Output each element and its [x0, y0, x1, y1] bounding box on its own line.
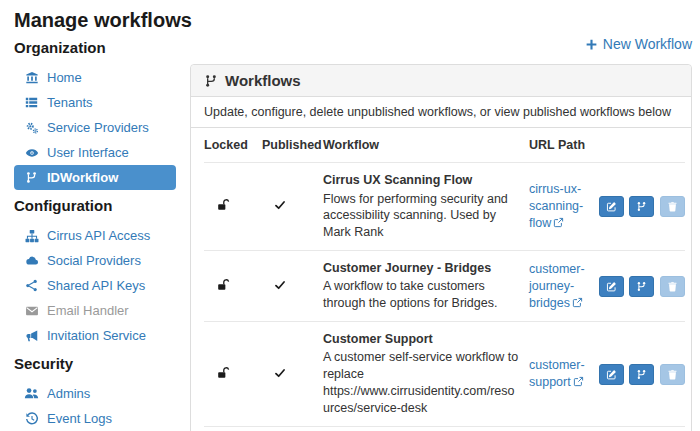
sidebar-item-email-handler: Email Handler: [14, 298, 176, 323]
sidebar-item-user-interface[interactable]: User Interface: [14, 140, 176, 165]
unlock-icon: [216, 198, 230, 212]
published-check-icon: [274, 199, 286, 211]
sidebar-item-label: Home: [47, 70, 82, 85]
toolbar: New Workflow: [190, 34, 692, 54]
sidebar-item-label: Invitation Service: [47, 328, 146, 343]
workflow-branch-icon: [636, 369, 647, 380]
sidebar-item-label: User Interface: [47, 145, 129, 160]
workflow-branch-icon: [636, 201, 647, 212]
column-header-workflow: Workflow: [323, 128, 529, 163]
sidebar-item-cirrus-api-access[interactable]: Cirrus API Access: [14, 223, 176, 248]
table-header-row: Locked Published Workflow URL Path: [204, 128, 685, 163]
unlock-icon: [216, 278, 230, 292]
url-path-link[interactable]: customer-journey-bridges: [529, 262, 585, 310]
trash-icon: [667, 201, 678, 212]
new-workflow-button[interactable]: New Workflow: [585, 34, 692, 54]
sidebar-item-service-providers[interactable]: Service Providers: [14, 115, 176, 140]
share-icon: [24, 279, 39, 292]
megaphone-icon: [24, 329, 39, 343]
sidebar-item-label: Service Providers: [47, 120, 149, 135]
sidebar-item-label: Tenants: [47, 95, 93, 110]
edit-icon: [606, 281, 617, 292]
panel-title: Workflows: [225, 72, 301, 89]
sidebar-item-invitation-service[interactable]: Invitation Service: [14, 323, 176, 348]
sidebar-item-idworkflow[interactable]: IDWorkflow: [14, 165, 176, 190]
workflow-description: A workflow to take customers through the…: [323, 278, 521, 312]
main-area: New Workflow Workflows Update, configure…: [190, 38, 692, 431]
external-link-icon: [573, 376, 584, 387]
sitemap-icon: [24, 229, 39, 243]
unlock-icon: [216, 366, 230, 380]
bank-icon: [24, 71, 39, 85]
column-header-url-path: URL Path: [529, 128, 599, 163]
workflow-description: A customer self-service workflow to repl…: [323, 349, 521, 417]
edit-icon: [606, 369, 617, 380]
panel-header: Workflows: [191, 65, 691, 97]
sidebar-item-label: Admins: [47, 386, 90, 401]
history-icon: [24, 412, 39, 426]
sidebar-item-shared-api-keys[interactable]: Shared API Keys: [14, 273, 176, 298]
sidebar-item-label: Cirrus API Access: [47, 228, 150, 243]
column-header-published: Published: [262, 128, 323, 163]
sidebar-item-label: IDWorkflow: [47, 170, 118, 185]
delete-workflow-button: [660, 196, 685, 217]
edit-icon: [606, 201, 617, 212]
sidebar-section-heading-security: Security: [14, 354, 176, 373]
edit-workflow-button[interactable]: [599, 364, 624, 385]
workflow-branch-icon: [24, 171, 39, 184]
workflow-branch-icon: [204, 74, 218, 88]
trash-icon: [667, 281, 678, 292]
published-check-icon: [274, 367, 286, 379]
workflow-name: Cirrus UX Scanning Flow: [323, 172, 521, 188]
list-icon: [24, 96, 39, 109]
sidebar-item-label: Shared API Keys: [47, 278, 145, 293]
cloud-icon: [24, 254, 39, 268]
column-header-actions: [599, 128, 685, 163]
panel-description: Update, configure, delete unpublished wo…: [191, 97, 691, 128]
sidebar-item-tenants[interactable]: Tenants: [14, 90, 176, 115]
new-workflow-label: New Workflow: [603, 36, 692, 52]
envelope-icon: [24, 304, 39, 318]
sidebar-item-label: Email Handler: [47, 303, 129, 318]
url-path-link[interactable]: cirrus-ux-scanning-flow: [529, 182, 583, 230]
table-row: Customer Journey - Bridges A workflow to…: [204, 251, 685, 322]
edit-workflow-button[interactable]: [599, 196, 624, 217]
workflows-table: Locked Published Workflow URL Path Cirru…: [204, 128, 685, 431]
sidebar-section-heading-organization: Organization: [14, 38, 176, 57]
page-title: Manage workflows: [14, 8, 700, 32]
configure-workflow-button[interactable]: [629, 276, 654, 297]
trash-icon: [667, 369, 678, 380]
configure-workflow-button[interactable]: [629, 196, 654, 217]
workflow-name: Customer Journey - Bridges: [323, 260, 521, 276]
published-check-icon: [274, 279, 286, 291]
workflow-branch-icon: [636, 281, 647, 292]
external-link-icon: [553, 217, 564, 228]
sidebar-item-event-logs[interactable]: Event Logs: [14, 406, 176, 431]
eye-icon: [24, 146, 39, 160]
sidebar-item-social-providers[interactable]: Social Providers: [14, 248, 176, 273]
sidebar-section-heading-configuration: Configuration: [14, 196, 176, 215]
table-row: Cirrus UX Scanning Flow Flows for perfor…: [204, 163, 685, 251]
table-row: Customer Support A customer self-service…: [204, 322, 685, 427]
workflow-description: Flows for performing security and access…: [323, 191, 521, 242]
sidebar-item-home[interactable]: Home: [14, 65, 176, 90]
table-row: Mark Demo of ToS A demo of terms of serv…: [204, 426, 685, 431]
cogs-icon: [24, 121, 39, 135]
delete-workflow-button: [660, 364, 685, 385]
users-icon: [24, 386, 39, 401]
workflows-panel: Workflows Update, configure, delete unpu…: [190, 64, 692, 431]
plus-icon: [585, 38, 598, 51]
sidebar-item-label: Social Providers: [47, 253, 141, 268]
configure-workflow-button[interactable]: [629, 364, 654, 385]
edit-workflow-button[interactable]: [599, 276, 624, 297]
column-header-locked: Locked: [204, 128, 262, 163]
content-area: Organization Home Tenants Service Provid…: [0, 38, 700, 431]
workflow-name: Customer Support: [323, 331, 521, 347]
delete-workflow-button: [660, 276, 685, 297]
external-link-icon: [572, 297, 583, 308]
sidebar-item-admins[interactable]: Admins: [14, 381, 176, 406]
url-path-link[interactable]: customer-support: [529, 358, 585, 389]
sidebar: Organization Home Tenants Service Provid…: [14, 38, 176, 431]
sidebar-item-label: Event Logs: [47, 411, 112, 426]
